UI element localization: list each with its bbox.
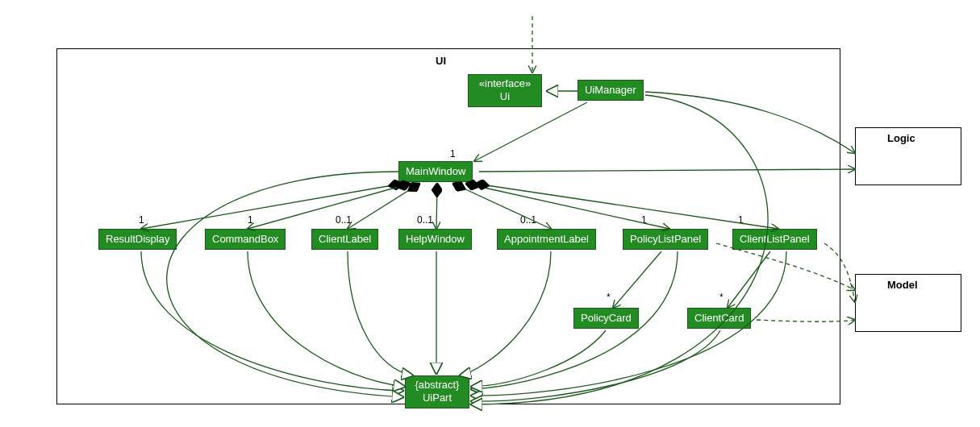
package-model-title: Model [887, 279, 918, 291]
class-uipart-stereotype: {abstract} [415, 379, 460, 391]
class-policycard-label: PolicyCard [581, 312, 632, 324]
class-commandbox-label: CommandBox [212, 233, 278, 245]
mult-policylistpanel: 1 [641, 214, 647, 226]
mult-resultdisplay: 1 [139, 214, 144, 226]
class-resultdisplay: ResultDisplay [98, 229, 177, 250]
class-ui-label: Ui [500, 90, 510, 102]
mult-clientcard: * [719, 292, 724, 303]
mult-clientlistpanel: 1 [738, 214, 744, 226]
class-clientlabel-label: ClientLabel [319, 233, 371, 245]
mult-appointmentlabel: 0..1 [520, 214, 536, 226]
mult-policycard: * [607, 292, 611, 303]
class-clientlabel: ClientLabel [311, 229, 378, 250]
class-helpwindow: HelpWindow [398, 229, 472, 250]
class-appointmentlabel: AppointmentLabel [497, 229, 596, 250]
class-resultdisplay-label: ResultDisplay [106, 233, 169, 245]
mult-helpwindow: 0..1 [417, 214, 433, 226]
class-clientlistpanel-label: ClientListPanel [740, 233, 810, 245]
class-ui-interface: «interface» Ui [468, 74, 542, 107]
class-uimanager: UiManager [578, 80, 644, 101]
class-helpwindow-label: HelpWindow [406, 233, 465, 245]
package-logic-title: Logic [887, 132, 915, 144]
class-uimanager-label: UiManager [585, 84, 636, 96]
mult-commandbox: 1 [248, 214, 253, 226]
class-policylistpanel-label: PolicyListPanel [630, 233, 701, 245]
class-mainwindow-label: MainWindow [406, 165, 465, 177]
package-ui [56, 48, 840, 404]
class-clientlistpanel: ClientListPanel [732, 229, 817, 250]
class-policylistpanel: PolicyListPanel [623, 229, 708, 250]
mult-clientlabel: 0..1 [336, 214, 352, 226]
class-clientcard-label: ClientCard [694, 312, 744, 324]
class-uipart: {abstract} UiPart [405, 375, 469, 408]
package-ui-title: UI [436, 55, 446, 67]
mult-mainwindow: 1 [450, 148, 456, 160]
class-appointmentlabel-label: AppointmentLabel [504, 233, 589, 245]
class-commandbox: CommandBox [205, 229, 286, 250]
class-clientcard: ClientCard [687, 308, 751, 329]
class-mainwindow: MainWindow [398, 161, 473, 182]
class-policycard: PolicyCard [573, 308, 639, 329]
class-uipart-label: UiPart [423, 392, 452, 404]
class-ui-stereotype: «interface» [479, 77, 531, 89]
